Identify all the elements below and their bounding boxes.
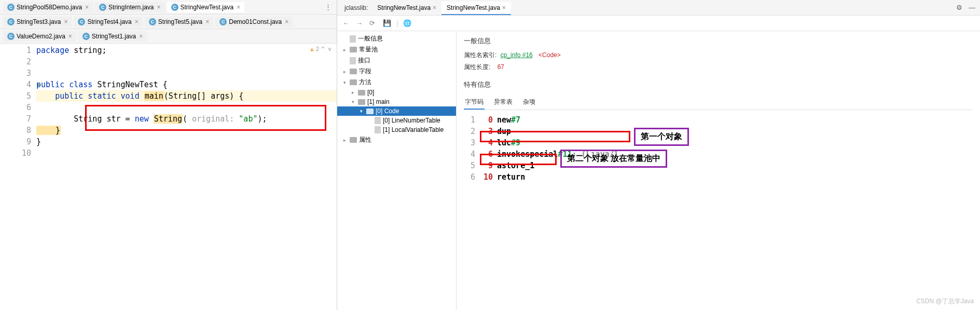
java-file-icon: C: [149, 18, 156, 25]
tree-arrow-icon[interactable]: ▾: [343, 80, 350, 85]
detail-subtab[interactable]: 杂项: [522, 96, 536, 110]
forward-icon[interactable]: →: [356, 19, 364, 28]
close-icon[interactable]: ×: [85, 4, 89, 11]
editor-tabs-row2: CStringTest3.java×CStringTest4.java×CStr…: [0, 15, 337, 29]
annotation-second-object: 第二个对象 放在常量池中: [560, 150, 667, 168]
annotation-red-box-code: [85, 105, 326, 131]
annotation-red-box-ldc: [480, 154, 557, 165]
tree-arrow-icon[interactable]: ▾: [360, 109, 366, 114]
minimize-icon[interactable]: —: [969, 4, 977, 12]
section-general: 一般信息: [464, 36, 973, 46]
tree-item[interactable]: [0] LineNumberTable: [337, 116, 456, 125]
bytecode-view: 10 new #7 23 dup34 ldc #9 46 invokespeci…: [464, 114, 973, 183]
tree-arrow-icon[interactable]: ▸: [343, 69, 350, 74]
cp-info-link[interactable]: cp_info #16: [501, 51, 533, 59]
file-icon: [350, 35, 356, 43]
bytecode-row: 610 return: [464, 171, 973, 183]
code-editor[interactable]: 1 2 3 4▶ 5▶ 6 7 8 9 10 ▲ 2 ^ v package s…: [0, 44, 337, 310]
editor-tab[interactable]: CStringTest4.java×: [74, 17, 142, 27]
close-icon[interactable]: ×: [64, 18, 67, 25]
tree-item[interactable]: ▾方法: [337, 77, 456, 88]
editor-tabs-row3: CValueDemo2.java×CStringTest1.java×: [0, 29, 337, 44]
gear-icon[interactable]: ⚙: [956, 4, 964, 12]
java-file-icon: C: [7, 4, 15, 11]
bytecode-row: 10 new #7: [464, 114, 973, 126]
tree-item[interactable]: [1] LocalVariableTable: [337, 125, 456, 134]
jclasslib-tab[interactable]: StringNewTest.java×: [441, 2, 511, 15]
detail-pane: 一般信息 属性名索引: cp_info #16 <Code> 属性长度: 67 …: [457, 31, 980, 310]
refresh-icon[interactable]: ⟳: [369, 19, 378, 28]
detail-subtab[interactable]: 异常表: [493, 96, 514, 110]
tree-item[interactable]: ▸[0]: [337, 88, 456, 97]
editor-tab[interactable]: CStringNewTest.java×: [167, 2, 245, 12]
file-icon: [350, 57, 356, 64]
editor-tab[interactable]: CStringIntern.java×: [95, 2, 164, 12]
folder-icon: [350, 47, 357, 52]
close-icon[interactable]: ×: [285, 18, 288, 25]
jclasslib-toolbar: ← → ⟳ 💾 | 🌐: [337, 16, 980, 31]
java-file-icon: C: [82, 33, 90, 40]
tree-arrow-icon[interactable]: ▸: [352, 90, 358, 95]
close-icon[interactable]: ×: [135, 18, 139, 25]
warning-icon: ▲: [310, 46, 314, 52]
warning-badge[interactable]: ▲ 2 ^ v: [310, 46, 332, 52]
watermark: CSDN @丁总学Java: [916, 297, 974, 306]
close-icon[interactable]: ×: [68, 33, 72, 40]
close-icon[interactable]: ×: [157, 4, 160, 11]
folder-icon: [350, 137, 357, 143]
tree-item[interactable]: ▸字段: [337, 66, 456, 77]
editor-tab[interactable]: CValueDemo2.java×: [3, 31, 76, 42]
editor-tabs-row1: CStringPool58Demo.java×CStringIntern.jav…: [0, 0, 337, 15]
close-icon[interactable]: ×: [139, 33, 143, 40]
tree-item[interactable]: ▸属性: [337, 134, 456, 145]
back-icon[interactable]: ←: [342, 19, 351, 28]
java-file-icon: C: [78, 18, 85, 25]
detail-subtab[interactable]: 字节码: [464, 96, 485, 110]
save-icon[interactable]: 💾: [383, 19, 391, 28]
close-icon[interactable]: ×: [205, 18, 209, 25]
java-file-icon: C: [219, 18, 227, 25]
tree-item[interactable]: 一般信息: [337, 33, 456, 44]
jclasslib-tab[interactable]: StringNewTest.java×: [372, 2, 441, 14]
editor-tab[interactable]: CStringTest3.java×: [3, 17, 72, 27]
java-file-icon: C: [7, 18, 15, 25]
folder-icon: [350, 69, 357, 74]
code-area[interactable]: ▲ 2 ^ v package string; public class Str…: [36, 44, 337, 310]
jclasslib-panel: jclasslib: StringNewTest.java×StringNewT…: [337, 0, 980, 310]
jclasslib-prefix: jclasslib:: [340, 4, 372, 11]
jclasslib-tabs: jclasslib: StringNewTest.java×StringNewT…: [337, 0, 980, 16]
tree-arrow-icon[interactable]: ▸: [343, 138, 350, 143]
folder-icon: [366, 109, 374, 114]
editor-tab[interactable]: CStringPool58Demo.java×: [3, 2, 93, 12]
editor-tab[interactable]: CStringTest5.java×: [145, 17, 213, 27]
tabs-overflow-icon[interactable]: ⋮: [322, 3, 335, 11]
editor-tab[interactable]: CStringTest1.java×: [78, 31, 147, 42]
java-file-icon: C: [7, 33, 15, 40]
close-icon[interactable]: ×: [433, 4, 436, 11]
java-file-icon: C: [171, 4, 178, 11]
editor-panel: CStringPool58Demo.java×CStringIntern.jav…: [0, 0, 337, 310]
tree-arrow-icon[interactable]: ▾: [352, 99, 358, 104]
section-specific: 特有信息: [464, 80, 973, 89]
tree-arrow-icon[interactable]: ▸: [343, 47, 350, 52]
annotation-red-box-new: [480, 131, 630, 142]
close-icon[interactable]: ×: [237, 4, 240, 11]
detail-subtabs: 字节码异常表杂项: [464, 96, 973, 110]
line-gutter: 1 2 3 4▶ 5▶ 6 7 8 9 10: [0, 44, 36, 310]
folder-icon: [358, 99, 365, 105]
tree-item[interactable]: ▾[1] main: [337, 97, 456, 106]
file-icon: [375, 126, 381, 133]
tree-item[interactable]: ▸常量池: [337, 44, 456, 55]
file-icon: [375, 117, 381, 124]
tree-item[interactable]: ▾[0] Code: [337, 106, 456, 116]
close-icon[interactable]: ×: [502, 4, 506, 11]
java-file-icon: C: [99, 4, 106, 11]
tree-item[interactable]: 接口: [337, 55, 456, 66]
browser-icon[interactable]: 🌐: [403, 19, 411, 28]
editor-tab[interactable]: CDemo01Const.java×: [215, 17, 293, 27]
structure-tree[interactable]: 一般信息▸常量池接口▸字段▾方法▸[0] ▾[1] main▾[0] Code[…: [337, 31, 457, 310]
annotation-first-object: 第一个对象: [634, 128, 689, 146]
folder-icon: [358, 90, 365, 96]
folder-icon: [350, 79, 357, 85]
